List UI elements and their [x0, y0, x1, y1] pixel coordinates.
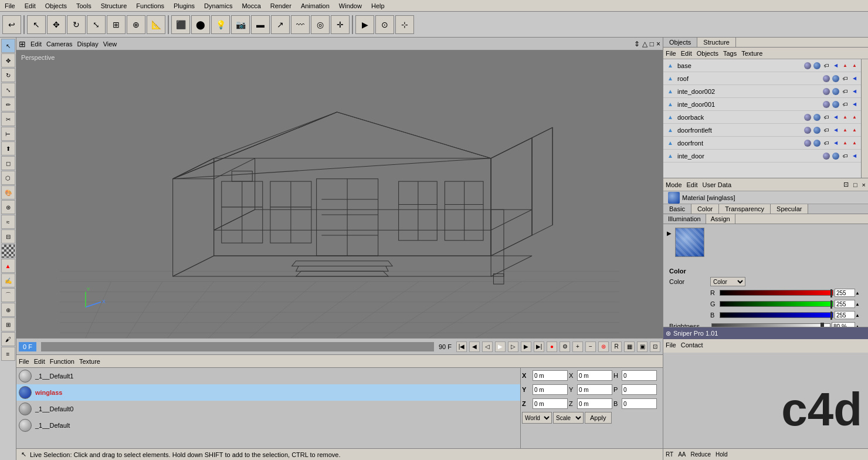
viewport-icon2[interactable]: △ [642, 40, 647, 48]
brightness-thumb[interactable] [820, 323, 824, 327]
cursor-btn[interactable]: ⊹ [395, 15, 414, 34]
tl-render4[interactable]: ⊡ [650, 341, 660, 352]
bp-texture[interactable]: Texture [79, 358, 100, 365]
viewport-ctrl-icon[interactable]: ⊞ [19, 39, 26, 49]
obj-menu-file[interactable]: File [666, 50, 676, 57]
bp-edit[interactable]: Edit [34, 358, 45, 365]
tl-prev-frame[interactable]: ◁ [482, 341, 493, 352]
rotate-btn[interactable]: ↻ [67, 15, 86, 34]
render-btn[interactable]: ▶ [355, 15, 374, 34]
sniper-contact[interactable]: Contact [681, 341, 703, 349]
transform-mode-dropdown[interactable]: Scale Move Rotate [553, 412, 584, 424]
left-loop-btn[interactable]: ◻ [1, 156, 15, 170]
light-btn[interactable]: 💡 [211, 15, 230, 34]
mat-tab-basic[interactable]: Basic [663, 204, 691, 214]
objects-scrollbar[interactable] [861, 59, 868, 178]
mat-mode[interactable]: Mode [666, 181, 682, 188]
left-axis-btn[interactable]: ⊕ [1, 303, 15, 317]
sphere-btn[interactable]: ⬤ [191, 15, 210, 34]
menu-help[interactable]: Help [367, 1, 389, 11]
undo-btn[interactable]: ↩ [2, 15, 21, 34]
menu-structure[interactable]: Structure [96, 1, 132, 11]
mat-close[interactable]: × [862, 181, 866, 188]
floor-btn[interactable]: ▬ [251, 15, 270, 34]
menu-animation[interactable]: Animation [296, 1, 334, 11]
tl-next-frame[interactable]: ▷ [508, 341, 518, 352]
tl-play[interactable]: ▶ [495, 341, 506, 352]
left-knife-btn[interactable]: ✂ [1, 112, 15, 126]
mat-tab-illumination[interactable]: Illumination [663, 214, 706, 224]
left-smooth-btn[interactable]: ≈ [1, 215, 15, 229]
coord-b-val[interactable] [622, 398, 657, 409]
tl-rec[interactable]: ● [547, 341, 557, 352]
obj-item-doorback[interactable]: ▲ doorback 🏷 ◀ ▲ ▲ [663, 111, 861, 124]
left-draw-btn[interactable]: ✏ [1, 97, 15, 111]
tl-prev-start[interactable]: |◀ [456, 341, 467, 352]
left-pencil-btn[interactable]: ✍ [1, 273, 15, 288]
transform-btn[interactable]: ⊞ [107, 15, 126, 34]
left-snap-btn[interactable]: ⊞ [1, 317, 15, 332]
tl-render1[interactable]: R [611, 341, 622, 352]
scale-btn[interactable]: ⤡ [87, 15, 106, 34]
brightness-slider[interactable] [711, 323, 830, 327]
mat-section-toggle[interactable]: ▶ [667, 230, 672, 236]
obj-item-intedoor002[interactable]: ▲ inte_door002 🏷 ◀ [663, 85, 861, 98]
sniper-file[interactable]: File [666, 341, 676, 349]
left-red-btn[interactable]: ▲ [1, 259, 15, 273]
twist-btn[interactable]: 〰 [291, 15, 310, 34]
menu-render[interactable]: Render [266, 1, 296, 11]
coord-y-size[interactable] [577, 384, 612, 395]
bp-function[interactable]: Function [50, 358, 74, 365]
viewport-cameras-btn[interactable]: Cameras [46, 40, 73, 48]
tab-structure[interactable]: Structure [697, 38, 736, 47]
viewport-display-btn[interactable]: Display [77, 40, 99, 48]
viewport-edit-btn[interactable]: Edit [30, 40, 42, 48]
brightness-value[interactable] [832, 322, 855, 327]
channel-r-value[interactable] [835, 289, 855, 297]
mat-bottom-hold[interactable]: Hold [716, 451, 728, 458]
bend-btn[interactable]: ↗ [271, 15, 290, 34]
obj-item-base[interactable]: ▲ base 🏷 ◀ ▲ ▲ [663, 59, 861, 72]
channel-b-up[interactable]: ▲ [855, 313, 862, 318]
tl-delete-key[interactable]: − [585, 341, 596, 352]
mat-tab-specular[interactable]: Specular [771, 204, 808, 214]
menu-mocca[interactable]: Mocca [237, 1, 265, 11]
coord-z-size[interactable] [577, 398, 612, 409]
render2-btn[interactable]: ⊙ [375, 15, 394, 34]
material-item-default[interactable]: _1__Default [16, 417, 520, 434]
tab-objects[interactable]: Objects [663, 38, 697, 47]
coord-y-pos[interactable] [533, 384, 568, 395]
mat-tab-transparency[interactable]: Transparency [719, 204, 771, 214]
material-item-default0[interactable]: _1__Default0 [16, 401, 520, 417]
left-select-btn[interactable]: ↖ [1, 39, 15, 53]
mat-tab-assign[interactable]: Assign [706, 214, 735, 224]
material-item-default1[interactable]: _1__Default1 [16, 368, 520, 384]
left-misc-btn[interactable]: ≡ [1, 347, 15, 361]
coord-btn[interactable]: 📐 [147, 15, 165, 34]
material-item-winglass[interactable]: winglass [16, 384, 520, 401]
mat-expand[interactable]: □ [853, 181, 857, 188]
left-extrude-btn[interactable]: ⬆ [1, 141, 15, 155]
menu-functions[interactable]: Functions [131, 1, 169, 11]
left-mirror-btn[interactable]: ⊟ [1, 229, 15, 243]
obj-item-intedoor001[interactable]: ▲ inte_door001 🏷 ◀ [663, 98, 861, 111]
menu-window[interactable]: Window [334, 1, 367, 11]
obj-menu-edit[interactable]: Edit [681, 50, 692, 57]
obj-item-roof[interactable]: ▲ roof 🏷 ◀ [663, 72, 861, 85]
mat-user-data[interactable]: User Data [703, 181, 732, 188]
tl-render2[interactable]: ▦ [624, 341, 635, 352]
viewport[interactable]: Perspective .wire { stroke: #333; stroke… [16, 50, 663, 338]
tl-prev[interactable]: ◀ [469, 341, 480, 352]
tl-next-end[interactable]: ▶| [534, 341, 544, 352]
mat-bottom-aa[interactable]: AA [678, 451, 686, 458]
mat-collapse[interactable]: ⊡ [843, 181, 849, 188]
apply-button[interactable]: Apply [585, 412, 612, 424]
tl-render3[interactable]: ▣ [637, 341, 647, 352]
bp-file[interactable]: File [19, 358, 29, 365]
menu-file[interactable]: File [0, 1, 20, 11]
coord-p-val[interactable] [622, 384, 657, 395]
obj-menu-objects[interactable]: Objects [697, 50, 718, 57]
menu-tools[interactable]: Tools [72, 1, 96, 11]
tl-options[interactable]: ⚙ [560, 341, 570, 352]
menu-objects[interactable]: Objects [40, 1, 72, 11]
